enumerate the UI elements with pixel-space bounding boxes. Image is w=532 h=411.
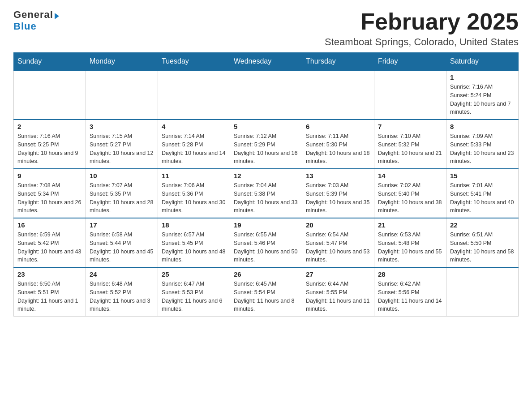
day-header-monday: Monday	[86, 53, 158, 71]
day-info: Sunrise: 7:15 AMSunset: 5:27 PMDaylight:…	[90, 132, 154, 166]
calendar-cell: 3Sunrise: 7:15 AMSunset: 5:27 PMDaylight…	[86, 120, 158, 169]
day-info: Sunrise: 7:06 AMSunset: 5:36 PMDaylight:…	[162, 181, 226, 215]
calendar-cell: 17Sunrise: 6:58 AMSunset: 5:44 PMDayligh…	[86, 218, 158, 267]
day-header-tuesday: Tuesday	[158, 53, 230, 71]
calendar-cell: 25Sunrise: 6:47 AMSunset: 5:53 PMDayligh…	[158, 267, 230, 317]
day-number: 28	[378, 270, 442, 278]
day-header-sunday: Sunday	[14, 53, 86, 71]
day-info: Sunrise: 6:45 AMSunset: 5:54 PMDaylight:…	[234, 280, 298, 313]
calendar-cell: 24Sunrise: 6:48 AMSunset: 5:52 PMDayligh…	[86, 267, 158, 317]
day-header-saturday: Saturday	[446, 53, 519, 71]
calendar-cell: 10Sunrise: 7:07 AMSunset: 5:35 PMDayligh…	[86, 169, 158, 218]
day-info: Sunrise: 7:16 AMSunset: 5:24 PMDaylight:…	[450, 83, 515, 116]
day-number: 3	[90, 123, 154, 130]
logo-arrow-icon	[55, 13, 59, 19]
day-info: Sunrise: 7:08 AMSunset: 5:34 PMDaylight:…	[17, 181, 82, 215]
day-number: 18	[162, 221, 226, 229]
calendar-body: 1Sunrise: 7:16 AMSunset: 5:24 PMDaylight…	[14, 70, 519, 317]
calendar-cell	[302, 70, 374, 120]
calendar-table: SundayMondayTuesdayWednesdayThursdayFrid…	[13, 52, 519, 317]
calendar-cell: 13Sunrise: 7:03 AMSunset: 5:39 PMDayligh…	[302, 169, 374, 218]
calendar-cell: 12Sunrise: 7:04 AMSunset: 5:38 PMDayligh…	[230, 169, 302, 218]
logo-blue: Blue	[13, 21, 37, 32]
day-number: 25	[162, 270, 226, 278]
location: Steamboat Springs, Colorado, United Stat…	[325, 36, 519, 48]
day-number: 27	[306, 270, 370, 278]
calendar-cell: 28Sunrise: 6:42 AMSunset: 5:56 PMDayligh…	[374, 267, 446, 317]
calendar-cell: 20Sunrise: 6:54 AMSunset: 5:47 PMDayligh…	[302, 218, 374, 267]
day-info: Sunrise: 6:48 AMSunset: 5:52 PMDaylight:…	[90, 280, 154, 313]
day-info: Sunrise: 7:10 AMSunset: 5:32 PMDaylight:…	[378, 132, 442, 166]
day-number: 19	[234, 221, 298, 229]
calendar-cell	[446, 267, 519, 317]
day-number: 20	[306, 221, 370, 229]
logo-text: General	[13, 9, 59, 21]
calendar-cell: 2Sunrise: 7:16 AMSunset: 5:25 PMDaylight…	[14, 120, 86, 169]
calendar-cell: 14Sunrise: 7:02 AMSunset: 5:40 PMDayligh…	[374, 169, 446, 218]
month-title: February 2025	[325, 9, 519, 34]
day-number: 6	[306, 123, 370, 130]
calendar-cell: 23Sunrise: 6:50 AMSunset: 5:51 PMDayligh…	[14, 267, 86, 317]
calendar-cell: 27Sunrise: 6:44 AMSunset: 5:55 PMDayligh…	[302, 267, 374, 317]
day-info: Sunrise: 6:54 AMSunset: 5:47 PMDaylight:…	[306, 231, 370, 264]
day-number: 10	[90, 172, 154, 180]
day-number: 21	[378, 221, 442, 229]
day-header-wednesday: Wednesday	[230, 53, 302, 71]
day-info: Sunrise: 7:07 AMSunset: 5:35 PMDaylight:…	[90, 181, 154, 215]
day-info: Sunrise: 6:47 AMSunset: 5:53 PMDaylight:…	[162, 280, 226, 313]
day-number: 7	[378, 123, 442, 130]
day-info: Sunrise: 6:55 AMSunset: 5:46 PMDaylight:…	[234, 231, 298, 264]
logo: General Blue	[13, 9, 59, 32]
title-area: February 2025 Steamboat Springs, Colorad…	[325, 9, 519, 48]
calendar-cell: 11Sunrise: 7:06 AMSunset: 5:36 PMDayligh…	[158, 169, 230, 218]
day-number: 4	[162, 123, 226, 130]
calendar-cell: 9Sunrise: 7:08 AMSunset: 5:34 PMDaylight…	[14, 169, 86, 218]
day-number: 22	[450, 221, 515, 229]
day-info: Sunrise: 6:51 AMSunset: 5:50 PMDaylight:…	[450, 231, 515, 264]
week-row-4: 23Sunrise: 6:50 AMSunset: 5:51 PMDayligh…	[14, 267, 519, 317]
calendar-cell	[158, 70, 230, 120]
day-number: 12	[234, 172, 298, 180]
calendar-cell: 8Sunrise: 7:09 AMSunset: 5:33 PMDaylight…	[446, 120, 519, 169]
day-info: Sunrise: 6:50 AMSunset: 5:51 PMDaylight:…	[17, 280, 82, 313]
calendar-cell: 15Sunrise: 7:01 AMSunset: 5:41 PMDayligh…	[446, 169, 519, 218]
calendar-cell: 21Sunrise: 6:53 AMSunset: 5:48 PMDayligh…	[374, 218, 446, 267]
day-info: Sunrise: 7:12 AMSunset: 5:29 PMDaylight:…	[234, 132, 298, 166]
day-info: Sunrise: 6:53 AMSunset: 5:48 PMDaylight:…	[378, 231, 442, 264]
day-info: Sunrise: 7:04 AMSunset: 5:38 PMDaylight:…	[234, 181, 298, 215]
day-number: 2	[17, 123, 82, 130]
calendar-cell: 5Sunrise: 7:12 AMSunset: 5:29 PMDaylight…	[230, 120, 302, 169]
calendar-cell: 26Sunrise: 6:45 AMSunset: 5:54 PMDayligh…	[230, 267, 302, 317]
day-info: Sunrise: 7:16 AMSunset: 5:25 PMDaylight:…	[17, 132, 82, 166]
day-number: 15	[450, 172, 515, 180]
days-of-week-row: SundayMondayTuesdayWednesdayThursdayFrid…	[14, 53, 519, 71]
day-info: Sunrise: 6:44 AMSunset: 5:55 PMDaylight:…	[306, 280, 370, 313]
week-row-2: 9Sunrise: 7:08 AMSunset: 5:34 PMDaylight…	[14, 169, 519, 218]
day-header-thursday: Thursday	[302, 53, 374, 71]
calendar-cell: 22Sunrise: 6:51 AMSunset: 5:50 PMDayligh…	[446, 218, 519, 267]
calendar-cell: 16Sunrise: 6:59 AMSunset: 5:42 PMDayligh…	[14, 218, 86, 267]
day-info: Sunrise: 7:11 AMSunset: 5:30 PMDaylight:…	[306, 132, 370, 166]
day-header-friday: Friday	[374, 53, 446, 71]
day-number: 11	[162, 172, 226, 180]
calendar-cell	[374, 70, 446, 120]
day-number: 23	[17, 270, 82, 278]
calendar-cell	[86, 70, 158, 120]
calendar-cell: 18Sunrise: 6:57 AMSunset: 5:45 PMDayligh…	[158, 218, 230, 267]
day-info: Sunrise: 6:57 AMSunset: 5:45 PMDaylight:…	[162, 231, 226, 264]
calendar-header: SundayMondayTuesdayWednesdayThursdayFrid…	[14, 53, 519, 71]
day-number: 17	[90, 221, 154, 229]
day-info: Sunrise: 6:42 AMSunset: 5:56 PMDaylight:…	[378, 280, 442, 313]
day-info: Sunrise: 7:02 AMSunset: 5:40 PMDaylight:…	[378, 181, 442, 215]
day-info: Sunrise: 7:03 AMSunset: 5:39 PMDaylight:…	[306, 181, 370, 215]
week-row-3: 16Sunrise: 6:59 AMSunset: 5:42 PMDayligh…	[14, 218, 519, 267]
calendar-cell: 19Sunrise: 6:55 AMSunset: 5:46 PMDayligh…	[230, 218, 302, 267]
week-row-0: 1Sunrise: 7:16 AMSunset: 5:24 PMDaylight…	[14, 70, 519, 120]
day-number: 1	[450, 73, 515, 81]
week-row-1: 2Sunrise: 7:16 AMSunset: 5:25 PMDaylight…	[14, 120, 519, 169]
calendar-cell	[14, 70, 86, 120]
day-info: Sunrise: 7:14 AMSunset: 5:28 PMDaylight:…	[162, 132, 226, 166]
calendar-cell: 7Sunrise: 7:10 AMSunset: 5:32 PMDaylight…	[374, 120, 446, 169]
day-info: Sunrise: 7:09 AMSunset: 5:33 PMDaylight:…	[450, 132, 515, 166]
day-number: 14	[378, 172, 442, 180]
